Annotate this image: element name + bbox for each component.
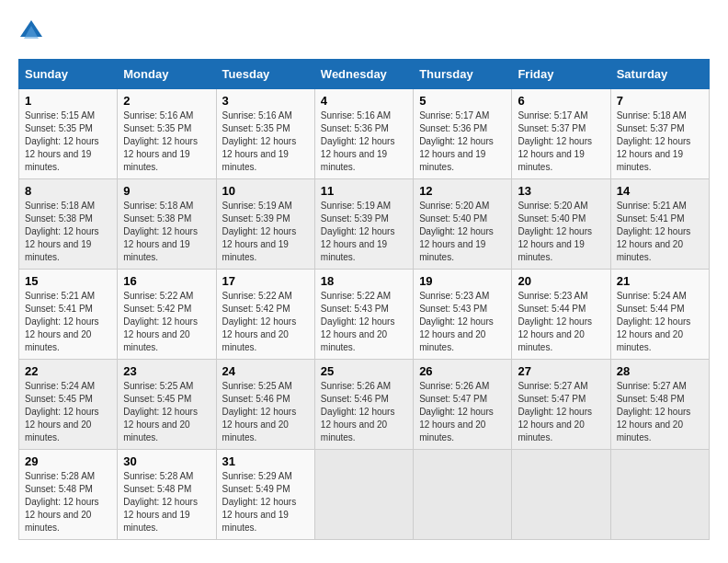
day-detail: Sunrise: 5:28 AMSunset: 5:48 PMDaylight:… [123, 471, 198, 533]
day-number: 29 [25, 454, 111, 468]
logo-icon [18, 18, 44, 44]
day-detail: Sunrise: 5:22 AMSunset: 5:42 PMDaylight:… [222, 291, 297, 352]
calendar-day-cell: 2 Sunrise: 5:16 AMSunset: 5:35 PMDayligh… [118, 89, 216, 179]
calendar-day-cell: 3 Sunrise: 5:16 AMSunset: 5:35 PMDayligh… [216, 89, 314, 179]
calendar-day-cell: 7 Sunrise: 5:18 AMSunset: 5:37 PMDayligh… [610, 89, 709, 179]
day-number: 17 [222, 274, 309, 288]
day-detail: Sunrise: 5:19 AMSunset: 5:39 PMDaylight:… [222, 201, 297, 262]
day-number: 19 [419, 274, 506, 288]
day-number: 24 [222, 364, 309, 378]
calendar-day-cell: 31 Sunrise: 5:29 AMSunset: 5:49 PMDaylig… [216, 450, 314, 540]
calendar-day-cell: 16 Sunrise: 5:22 AMSunset: 5:42 PMDaylig… [118, 270, 216, 360]
day-detail: Sunrise: 5:27 AMSunset: 5:47 PMDaylight:… [518, 381, 592, 442]
calendar-table: SundayMondayTuesdayWednesdayThursdayFrid… [18, 59, 710, 540]
calendar-day-cell: 25 Sunrise: 5:26 AMSunset: 5:46 PMDaylig… [314, 360, 413, 450]
calendar-week-row: 15 Sunrise: 5:21 AMSunset: 5:41 PMDaylig… [19, 270, 710, 360]
day-number: 7 [617, 94, 703, 108]
calendar-day-cell: 10 Sunrise: 5:19 AMSunset: 5:39 PMDaylig… [216, 179, 314, 270]
calendar-day-cell: 30 Sunrise: 5:28 AMSunset: 5:48 PMDaylig… [118, 450, 216, 540]
calendar-day-cell: 15 Sunrise: 5:21 AMSunset: 5:41 PMDaylig… [19, 270, 118, 360]
day-detail: Sunrise: 5:16 AMSunset: 5:35 PMDaylight:… [222, 110, 297, 172]
day-detail: Sunrise: 5:22 AMSunset: 5:42 PMDaylight:… [123, 291, 198, 352]
weekday-header: Saturday [610, 60, 709, 89]
calendar-day-cell: 19 Sunrise: 5:23 AMSunset: 5:43 PMDaylig… [414, 270, 512, 360]
day-detail: Sunrise: 5:17 AMSunset: 5:37 PMDaylight:… [518, 110, 592, 172]
day-detail: Sunrise: 5:26 AMSunset: 5:47 PMDaylight:… [419, 381, 494, 442]
day-number: 5 [419, 94, 506, 108]
day-detail: Sunrise: 5:27 AMSunset: 5:48 PMDaylight:… [617, 381, 691, 442]
calendar-day-cell: 21 Sunrise: 5:24 AMSunset: 5:44 PMDaylig… [610, 270, 709, 360]
day-number: 20 [518, 274, 604, 288]
day-detail: Sunrise: 5:17 AMSunset: 5:36 PMDaylight:… [419, 110, 494, 172]
day-number: 25 [321, 364, 407, 378]
empty-cell [414, 450, 512, 540]
day-detail: Sunrise: 5:20 AMSunset: 5:40 PMDaylight:… [419, 201, 494, 262]
day-number: 13 [518, 184, 604, 198]
day-detail: Sunrise: 5:19 AMSunset: 5:39 PMDaylight:… [321, 201, 395, 262]
day-number: 9 [123, 184, 210, 198]
calendar-day-cell: 23 Sunrise: 5:25 AMSunset: 5:45 PMDaylig… [118, 360, 216, 450]
calendar-day-cell: 13 Sunrise: 5:20 AMSunset: 5:40 PMDaylig… [512, 179, 610, 270]
calendar-day-cell: 29 Sunrise: 5:28 AMSunset: 5:48 PMDaylig… [19, 450, 118, 540]
day-number: 18 [321, 274, 407, 288]
day-detail: Sunrise: 5:25 AMSunset: 5:46 PMDaylight:… [222, 381, 297, 442]
calendar-day-cell: 22 Sunrise: 5:24 AMSunset: 5:45 PMDaylig… [19, 360, 118, 450]
day-detail: Sunrise: 5:16 AMSunset: 5:35 PMDaylight:… [123, 110, 198, 172]
day-number: 30 [123, 454, 210, 468]
day-detail: Sunrise: 5:15 AMSunset: 5:35 PMDaylight:… [25, 110, 99, 172]
day-number: 2 [123, 94, 210, 108]
day-detail: Sunrise: 5:20 AMSunset: 5:40 PMDaylight:… [518, 201, 592, 262]
calendar-day-cell: 24 Sunrise: 5:25 AMSunset: 5:46 PMDaylig… [216, 360, 314, 450]
day-number: 16 [123, 274, 210, 288]
weekday-header: Monday [118, 60, 216, 89]
day-number: 27 [518, 364, 604, 378]
day-number: 3 [222, 94, 309, 108]
day-number: 14 [617, 184, 703, 198]
logo [18, 18, 46, 44]
weekday-header-row: SundayMondayTuesdayWednesdayThursdayFrid… [19, 60, 710, 89]
calendar-day-cell: 9 Sunrise: 5:18 AMSunset: 5:38 PMDayligh… [118, 179, 216, 270]
calendar-day-cell: 27 Sunrise: 5:27 AMSunset: 5:47 PMDaylig… [512, 360, 610, 450]
weekday-header: Sunday [19, 60, 118, 89]
day-number: 1 [25, 94, 111, 108]
day-detail: Sunrise: 5:21 AMSunset: 5:41 PMDaylight:… [617, 201, 691, 262]
day-number: 15 [25, 274, 111, 288]
day-detail: Sunrise: 5:28 AMSunset: 5:48 PMDaylight:… [25, 471, 99, 533]
calendar-week-row: 22 Sunrise: 5:24 AMSunset: 5:45 PMDaylig… [19, 360, 710, 450]
day-number: 6 [518, 94, 604, 108]
calendar-day-cell: 14 Sunrise: 5:21 AMSunset: 5:41 PMDaylig… [610, 179, 709, 270]
page-header [18, 18, 710, 44]
day-number: 12 [419, 184, 506, 198]
day-detail: Sunrise: 5:18 AMSunset: 5:38 PMDaylight:… [123, 201, 198, 262]
day-detail: Sunrise: 5:26 AMSunset: 5:46 PMDaylight:… [321, 381, 395, 442]
empty-cell [610, 450, 709, 540]
day-detail: Sunrise: 5:16 AMSunset: 5:36 PMDaylight:… [321, 110, 395, 172]
calendar-day-cell: 26 Sunrise: 5:26 AMSunset: 5:47 PMDaylig… [414, 360, 512, 450]
day-detail: Sunrise: 5:23 AMSunset: 5:44 PMDaylight:… [518, 291, 592, 352]
calendar-day-cell: 12 Sunrise: 5:20 AMSunset: 5:40 PMDaylig… [414, 179, 512, 270]
day-number: 31 [222, 454, 309, 468]
calendar-day-cell: 17 Sunrise: 5:22 AMSunset: 5:42 PMDaylig… [216, 270, 314, 360]
day-number: 21 [617, 274, 703, 288]
day-detail: Sunrise: 5:18 AMSunset: 5:38 PMDaylight:… [25, 201, 99, 262]
day-detail: Sunrise: 5:22 AMSunset: 5:43 PMDaylight:… [321, 291, 395, 352]
day-detail: Sunrise: 5:23 AMSunset: 5:43 PMDaylight:… [419, 291, 494, 352]
empty-cell [512, 450, 610, 540]
calendar-week-row: 29 Sunrise: 5:28 AMSunset: 5:48 PMDaylig… [19, 450, 710, 540]
weekday-header: Tuesday [216, 60, 314, 89]
calendar-day-cell: 18 Sunrise: 5:22 AMSunset: 5:43 PMDaylig… [314, 270, 413, 360]
day-number: 8 [25, 184, 111, 198]
calendar-day-cell: 4 Sunrise: 5:16 AMSunset: 5:36 PMDayligh… [314, 89, 413, 179]
day-detail: Sunrise: 5:29 AMSunset: 5:49 PMDaylight:… [222, 471, 297, 533]
weekday-header: Friday [512, 60, 610, 89]
calendar-day-cell: 8 Sunrise: 5:18 AMSunset: 5:38 PMDayligh… [19, 179, 118, 270]
day-number: 22 [25, 364, 111, 378]
day-detail: Sunrise: 5:21 AMSunset: 5:41 PMDaylight:… [25, 291, 99, 352]
weekday-header: Thursday [414, 60, 512, 89]
day-number: 11 [321, 184, 407, 198]
day-number: 10 [222, 184, 309, 198]
empty-cell [314, 450, 413, 540]
day-number: 4 [321, 94, 407, 108]
day-number: 23 [123, 364, 210, 378]
day-detail: Sunrise: 5:24 AMSunset: 5:45 PMDaylight:… [25, 381, 99, 442]
